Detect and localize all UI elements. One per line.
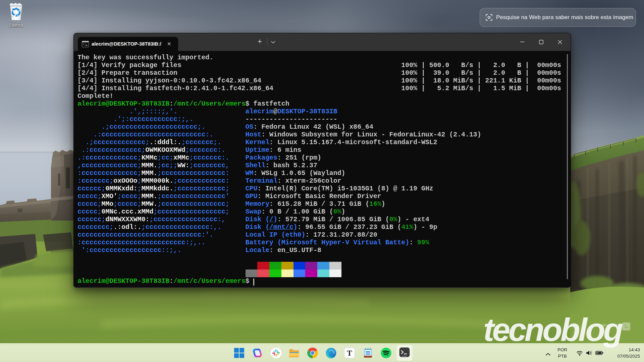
svg-text:T: T xyxy=(347,349,352,357)
svg-text:C:\: C:\ xyxy=(83,43,87,45)
